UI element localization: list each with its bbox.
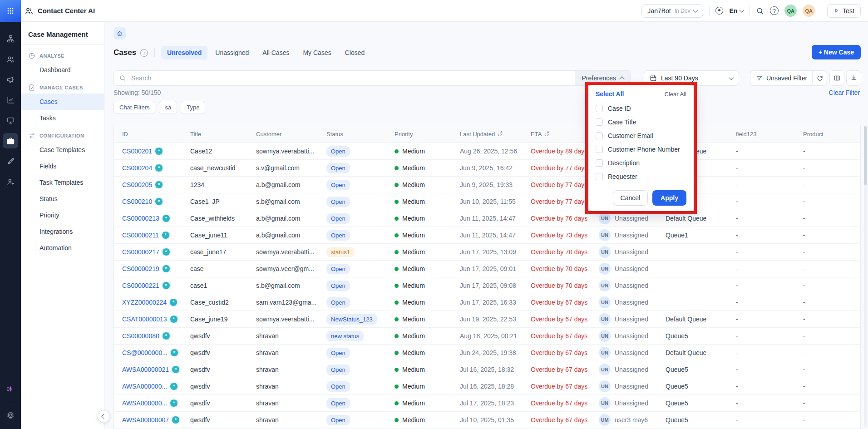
info-icon[interactable]: i: [140, 49, 148, 57]
sidebar-item-task-templates[interactable]: Task Templates: [21, 174, 104, 191]
tab-unresolved[interactable]: Unresolved: [161, 46, 207, 59]
sidebar-item-add-user[interactable]: [3, 174, 18, 189]
case-id-link[interactable]: AWSA000000...: [122, 383, 167, 390]
column-header-customer[interactable]: Customer: [248, 131, 318, 138]
tab-my-cases[interactable]: My Cases: [297, 46, 337, 59]
tab-closed[interactable]: Closed: [339, 46, 371, 59]
scrollbar[interactable]: [864, 126, 867, 427]
sidebar-item-automation[interactable]: Automation: [21, 240, 104, 256]
sidebar-item-analytics[interactable]: [3, 92, 18, 108]
column-header-id[interactable]: ID: [114, 131, 182, 138]
sidebar-item-campaigns[interactable]: [3, 72, 18, 87]
table-row[interactable]: CS00000213*Case_withfieldsa.b@gmail.comO…: [114, 210, 860, 227]
bot-selector[interactable]: Jan7Bot In Dev: [641, 4, 703, 18]
case-id-link[interactable]: XYZZ00000224: [122, 299, 167, 306]
sidebar-item-cases[interactable]: Cases: [21, 94, 104, 110]
sort-icon[interactable]: ↓AZ: [544, 131, 549, 137]
case-id-link[interactable]: CS000201: [122, 148, 152, 155]
column-header-title[interactable]: Title: [182, 131, 248, 138]
language-selector[interactable]: En: [729, 7, 744, 15]
case-id-link[interactable]: CS00000219: [122, 265, 159, 272]
clear-filter-link[interactable]: Clear Filter: [829, 89, 860, 96]
column-header-product[interactable]: Product: [795, 131, 860, 138]
sidebar-item-case-management[interactable]: [3, 133, 18, 148]
app-logo[interactable]: [0, 0, 21, 22]
new-case-button[interactable]: + New Case: [812, 45, 861, 59]
case-id-link[interactable]: AWSA00000007: [122, 416, 169, 424]
cancel-button[interactable]: Cancel: [613, 190, 648, 206]
case-id-link[interactable]: CS00000211: [122, 232, 159, 239]
scrollbar-thumb[interactable]: [864, 126, 867, 185]
case-id-link[interactable]: AWSA000000...: [122, 399, 167, 407]
checkbox-description[interactable]: [596, 159, 603, 167]
case-id-link[interactable]: CS000210: [122, 198, 152, 205]
sidebar-item-deploy[interactable]: [3, 153, 18, 169]
filter-chip-type[interactable]: Type: [181, 101, 205, 114]
case-id-link[interactable]: CS000204: [122, 164, 152, 172]
table-row[interactable]: CS000205*1234a.b@gmail.comOpenMediumJun …: [114, 177, 860, 193]
search-icon[interactable]: [756, 7, 764, 15]
case-id-link[interactable]: CS00000217: [122, 248, 159, 256]
tab-all-cases[interactable]: All Cases: [256, 46, 295, 59]
table-row[interactable]: CS00000211*Case_june11a.b@gmail.comOpenM…: [114, 227, 860, 244]
table-row[interactable]: AWSA00000021*qwsdfvshravanOpenMediumJul …: [114, 361, 860, 378]
table-row[interactable]: XYZZ00000224*Case_custid2sam.vam123@gma.…: [114, 294, 860, 311]
table-row[interactable]: CS00000219*casesowmya.veer@gm...OpenMedi…: [114, 261, 860, 277]
table-row[interactable]: AWSA00000007*qwsdfvshravanOpenMediumJul …: [114, 412, 860, 429]
table-row[interactable]: AWSA000000...*qwsdfvshravanOpenMediumJul…: [114, 378, 860, 395]
avatar-qa-1[interactable]: QA: [784, 5, 797, 17]
table-row[interactable]: CS@0000000...*qwsdfvshravanOpenMediumJun…: [114, 345, 860, 361]
sidebar-item-integrations[interactable]: Integrations: [21, 223, 104, 240]
table-row[interactable]: CS00000080*qwsdfvshravannew statusMedium…: [114, 328, 860, 345]
sort-icon[interactable]: ↓AZ: [497, 131, 503, 137]
apply-button[interactable]: Apply: [652, 190, 686, 206]
case-id-link[interactable]: CS000205: [122, 181, 152, 188]
sidebar-item-desktop[interactable]: [3, 113, 18, 128]
download-button[interactable]: [846, 70, 861, 86]
sidebar-item-case-templates[interactable]: Case Templates: [21, 142, 104, 158]
checkbox-case-title[interactable]: [596, 118, 603, 126]
sidebar-item-dashboard[interactable]: Dashboard: [21, 62, 104, 78]
search-input[interactable]: [130, 74, 575, 82]
column-header-priority[interactable]: Priority: [386, 131, 452, 138]
avatar-qa-2[interactable]: QA: [803, 5, 815, 17]
column-header-field123[interactable]: field123: [728, 131, 795, 138]
tab-unassigned[interactable]: Unassigned: [209, 46, 255, 59]
record-icon[interactable]: [715, 7, 723, 15]
checkbox-customer-phone-number[interactable]: [596, 146, 603, 153]
case-id-link[interactable]: CS@0000000...: [122, 349, 168, 356]
filter-chip-sa[interactable]: sa: [159, 101, 177, 114]
clear-all-link[interactable]: Clear All: [665, 91, 686, 98]
column-header-eta[interactable]: ETA↓AZ: [523, 131, 591, 138]
case-id-link[interactable]: CS00000213: [122, 215, 159, 222]
case-id-link[interactable]: CS00000221: [122, 282, 159, 289]
collapse-panel-button[interactable]: [97, 410, 110, 423]
table-row[interactable]: CS00000217*case_june17sowmya.veerabatti.…: [114, 244, 860, 261]
table-row[interactable]: CSAT00000013*Case_june19sowmya.veerabatt…: [114, 311, 860, 328]
case-id-link[interactable]: CSAT00000013: [122, 316, 167, 323]
checkbox-case-id[interactable]: [596, 105, 603, 112]
sidebar-item-fields[interactable]: Fields: [21, 158, 104, 174]
table-row[interactable]: CS000210*Case1_JPs.b@gmail.comOpenMedium…: [114, 193, 860, 210]
select-all-link[interactable]: Select All: [596, 90, 624, 98]
saved-filter-button[interactable]: Unsaved Filter: [750, 74, 813, 82]
sidebar-item-agents[interactable]: [3, 51, 18, 67]
case-id-link[interactable]: AWSA00000021: [122, 366, 169, 373]
table-row[interactable]: AWSA000000...*qwsdfvshravanOpenMediumJul…: [114, 395, 860, 412]
sidebar-item-tasks[interactable]: Tasks: [21, 110, 104, 126]
sidebar-item-priority[interactable]: Priority: [21, 207, 104, 223]
column-header-status[interactable]: Status: [318, 131, 386, 138]
test-button[interactable]: Test: [827, 4, 861, 18]
checkbox-requester[interactable]: [596, 173, 603, 180]
help-icon[interactable]: ?: [770, 6, 779, 15]
table-row[interactable]: CS000201*Case12sowmya.veerabatti...OpenM…: [114, 143, 860, 160]
sidebar-item-system-settings[interactable]: [3, 407, 18, 423]
sidebar-item-workflows[interactable]: [3, 31, 18, 46]
sidebar-item-automation-spark[interactable]: [3, 381, 18, 397]
column-header-last-updated[interactable]: Last Updated↓AZ: [452, 131, 523, 138]
breadcrumb-home-button[interactable]: [113, 27, 126, 39]
filter-chip-chat-filters[interactable]: Chat Filters: [113, 101, 155, 114]
checkbox-customer-email[interactable]: [596, 132, 603, 139]
table-row[interactable]: CS00000221*case1s.b@gmail.comOpenMediumJ…: [114, 277, 860, 294]
columns-button[interactable]: [829, 70, 844, 86]
